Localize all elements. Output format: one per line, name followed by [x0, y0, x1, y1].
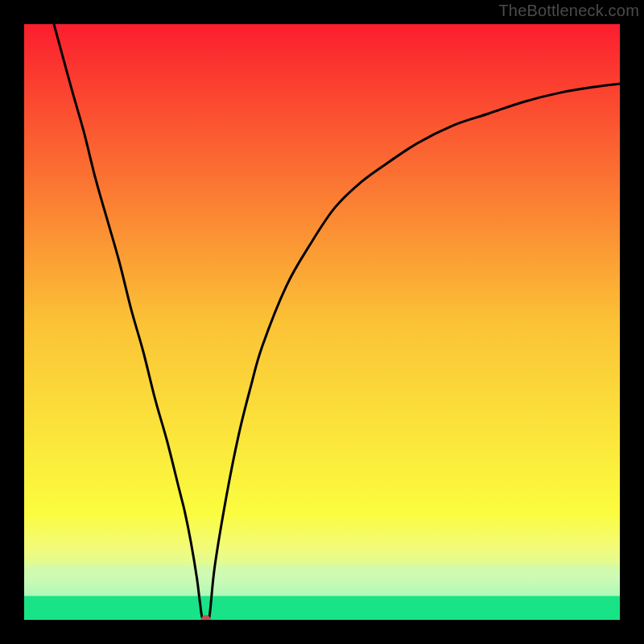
chart-svg	[24, 24, 620, 620]
chart-frame: TheBottleneck.com	[0, 0, 644, 644]
gradient-background	[24, 24, 620, 620]
pale-green-band	[24, 566, 620, 596]
watermark-text: TheBottleneck.com	[498, 2, 639, 20]
plot-area	[24, 24, 620, 620]
green-band	[24, 596, 620, 620]
